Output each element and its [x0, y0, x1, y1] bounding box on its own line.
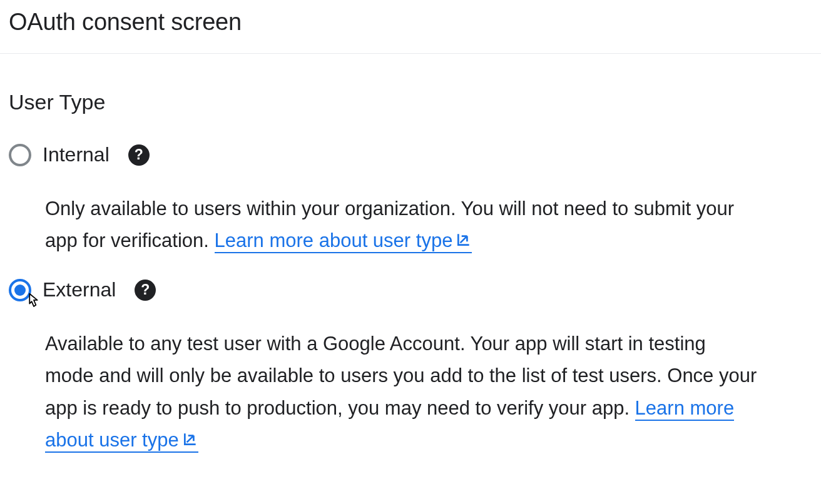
radio-label-internal: Internal [43, 143, 110, 166]
description-internal: Only available to users within your orga… [45, 193, 758, 257]
section-heading: User Type [9, 90, 812, 114]
external-link-icon [456, 225, 472, 257]
page-title: OAuth consent screen [9, 9, 812, 36]
page-header: OAuth consent screen [0, 0, 821, 54]
description-external: Available to any test user with a Google… [45, 328, 758, 456]
radio-option-internal: Internal ? Only available to users withi… [9, 143, 812, 257]
radio-row-internal: Internal ? [9, 143, 812, 166]
radio-internal[interactable] [9, 144, 31, 166]
content-area: User Type Internal ? Only available to u… [0, 54, 821, 486]
learn-more-link-internal[interactable]: Learn more about user type [215, 229, 472, 253]
help-icon[interactable]: ? [135, 280, 156, 301]
radio-option-external: External ? Available to any test user wi… [9, 278, 812, 456]
radio-external[interactable] [9, 279, 31, 301]
help-icon[interactable]: ? [128, 144, 150, 166]
radio-row-external: External ? [9, 278, 812, 301]
radio-label-external: External [43, 278, 116, 301]
external-link-icon [182, 425, 198, 456]
